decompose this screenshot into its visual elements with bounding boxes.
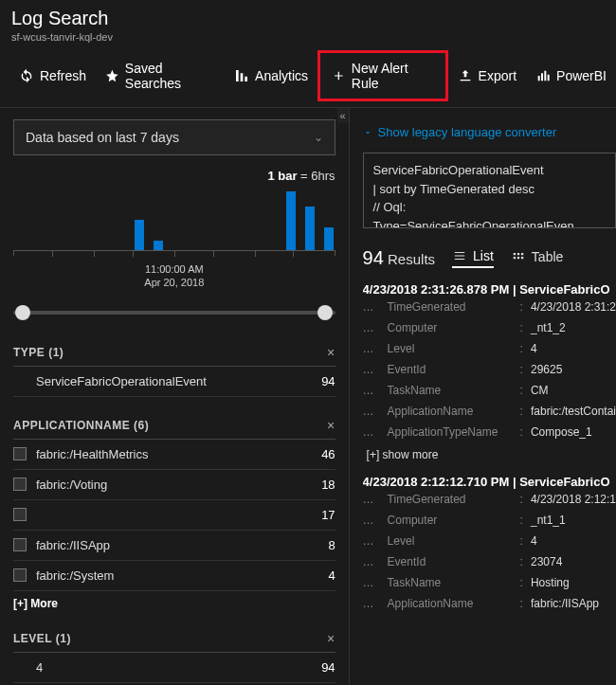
time-slider[interactable] (13, 301, 335, 324)
field-key[interactable]: TaskName (388, 384, 513, 397)
field-value[interactable]: CM (531, 384, 549, 397)
ellipsis-icon[interactable]: … (363, 555, 380, 568)
field-key[interactable]: TaskName (388, 576, 513, 589)
chart-legend: 1 bar = 6hrs (13, 169, 335, 183)
field-value[interactable]: fabric:/testContai (531, 405, 616, 418)
show-more-link[interactable]: [+] show more (363, 448, 616, 461)
field-value[interactable]: _nt1_2 (531, 321, 566, 334)
collapse-left-pane[interactable]: « (337, 108, 349, 123)
more-link[interactable]: [+] More (13, 597, 335, 610)
close-icon[interactable]: × (327, 631, 335, 646)
slider-handle-start[interactable] (15, 305, 30, 320)
close-icon[interactable]: × (327, 345, 335, 360)
chart-bar (286, 191, 296, 250)
field-value[interactable]: 4/23/2018 2:31:2 (531, 300, 616, 314)
facet-checkbox[interactable] (13, 478, 27, 491)
field-key[interactable]: Level (388, 534, 513, 548)
facet-row[interactable]: fabric:/HealthMetrics46 (13, 440, 335, 470)
analytics-button[interactable]: Analytics (225, 63, 317, 89)
ellipsis-icon[interactable]: … (363, 425, 380, 439)
time-range-label: Data based on last 7 days (26, 130, 179, 145)
facet-title: APPLICATIONNAME (6) (13, 419, 149, 432)
result-title[interactable]: 4/23/2018 2:12:12.710 PM | ServiceFabric… (363, 475, 616, 489)
facet-checkbox[interactable] (13, 447, 27, 460)
ellipsis-icon[interactable]: … (363, 342, 380, 355)
field-sep: : (520, 342, 523, 355)
facet-label: fabric:/System (36, 568, 320, 583)
result-title[interactable]: 4/23/2018 2:31:26.878 PM | ServiceFabric… (363, 282, 616, 297)
field-value[interactable]: _nt1_1 (531, 514, 566, 527)
powerbi-button[interactable]: PowerBI (526, 63, 616, 89)
field-key[interactable]: Computer (388, 321, 513, 334)
field-sep: : (520, 425, 523, 439)
ellipsis-icon[interactable]: … (363, 514, 380, 527)
field-key[interactable]: TimeGenerated (388, 300, 513, 314)
analytics-icon (234, 68, 249, 83)
field-key[interactable]: EventId (388, 363, 513, 376)
field-sep: : (520, 555, 523, 568)
show-legacy-converter-link[interactable]: Show legacy language converter (363, 125, 616, 139)
ellipsis-icon[interactable]: … (363, 534, 380, 548)
view-table-button[interactable]: Table (511, 249, 563, 267)
facet-title: LEVEL (1) (13, 632, 71, 645)
view-list-button[interactable]: List (452, 248, 494, 268)
result-field-row: …TaskName:Hosting (363, 572, 616, 593)
ellipsis-icon[interactable]: … (363, 363, 380, 376)
facet-row[interactable]: fabric:/Voting18 (13, 470, 335, 500)
field-sep: : (520, 321, 523, 334)
field-value[interactable]: 4/23/2018 2:12:1 (531, 493, 616, 506)
field-sep: : (520, 514, 523, 527)
facet-checkbox[interactable] (13, 508, 27, 521)
facet-checkbox[interactable] (13, 538, 27, 551)
ellipsis-icon[interactable]: … (363, 576, 380, 589)
facet-row[interactable]: fabric:/IISApp8 (13, 531, 335, 561)
field-value[interactable]: fabric:/IISApp (531, 597, 599, 610)
facet-row[interactable]: 494 (13, 653, 335, 683)
ellipsis-icon[interactable]: … (363, 300, 380, 314)
export-button[interactable]: Export (448, 63, 526, 89)
field-key[interactable]: ApplicationName (388, 405, 513, 418)
field-value[interactable]: 4 (531, 342, 537, 355)
field-key[interactable]: ApplicationTypeName (388, 425, 513, 439)
chevron-down-icon: ⌄ (314, 131, 323, 144)
field-key[interactable]: Computer (388, 514, 513, 527)
result-field-row: …Computer:_nt1_1 (363, 510, 616, 531)
field-sep: : (520, 576, 523, 589)
ellipsis-icon[interactable]: … (363, 493, 380, 506)
refresh-button[interactable]: Refresh (9, 63, 96, 89)
slider-handle-end[interactable] (317, 305, 333, 320)
powerbi-label: PowerBI (556, 68, 607, 83)
field-key[interactable]: EventId (388, 555, 513, 568)
field-key[interactable]: ApplicationName (388, 597, 513, 610)
field-value[interactable]: 4 (531, 534, 537, 548)
facet-row[interactable]: 17 (13, 500, 335, 531)
field-key[interactable]: Level (388, 342, 513, 355)
saved-searches-button[interactable]: Saved Searches (96, 55, 225, 97)
new-alert-rule-button[interactable]: New Alert Rule (324, 55, 440, 97)
ellipsis-icon[interactable]: … (363, 384, 380, 397)
chart-bar (154, 241, 163, 250)
histogram-chart[interactable] (13, 185, 335, 251)
result-field-row: …TimeGenerated:4/23/2018 2:12:1 (363, 489, 616, 510)
field-key[interactable]: TimeGenerated (388, 493, 513, 506)
facet-label: 4 (36, 660, 314, 675)
result-entry: 4/23/2018 2:31:26.878 PM | ServiceFabric… (363, 282, 616, 461)
facet-count: 18 (314, 478, 335, 492)
field-value[interactable]: Compose_1 (531, 425, 592, 439)
close-icon[interactable]: × (327, 418, 335, 433)
field-value[interactable]: 23074 (531, 555, 562, 568)
field-value[interactable]: Hosting (531, 576, 570, 589)
ellipsis-icon[interactable]: … (363, 597, 380, 610)
ellipsis-icon[interactable]: … (363, 405, 380, 418)
field-value[interactable]: 29625 (531, 363, 562, 376)
facet-row[interactable]: fabric:/System4 (13, 561, 335, 591)
facet-checkbox[interactable] (13, 568, 27, 582)
result-field-row: …Level:4 (363, 531, 616, 551)
list-icon (452, 249, 467, 262)
query-editor[interactable]: ServiceFabricOperationalEvent | sort by … (363, 153, 616, 228)
time-range-selector[interactable]: Data based on last 7 days ⌄ (13, 119, 335, 155)
workspace-name: sf-wcus-tanvir-kql-dev (11, 31, 605, 43)
facet-row[interactable]: ServiceFabricOperationalEvent94 (13, 367, 335, 397)
ellipsis-icon[interactable]: … (363, 321, 380, 334)
facet-header: APPLICATIONNAME (6)× (13, 418, 335, 440)
